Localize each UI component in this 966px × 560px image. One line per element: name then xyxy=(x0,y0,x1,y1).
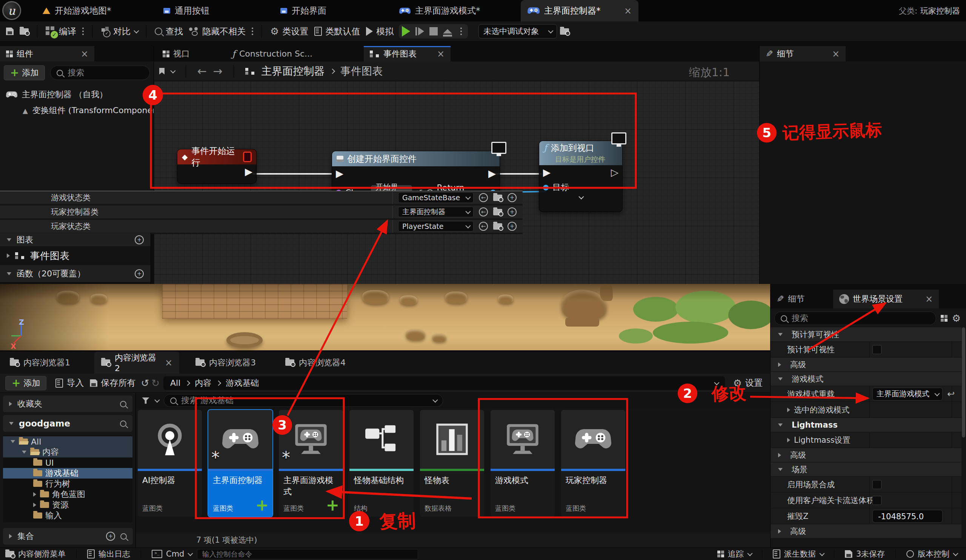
asset-card[interactable]: * 怪物基础结构 结构 + xyxy=(350,410,414,517)
reset-icon[interactable]: ↩ xyxy=(947,389,955,400)
breadcrumb-folder[interactable]: 游戏基础 xyxy=(226,377,259,389)
revision-control-button[interactable]: 版本控制 xyxy=(906,549,957,559)
world-settings-row[interactable]: 使用客户端关卡流送体积 ↩ xyxy=(770,493,961,508)
asset-card[interactable]: * AI控制器 蓝图类 + xyxy=(138,410,202,517)
hide-unrelated-button[interactable]: 隐藏不相关 xyxy=(189,26,246,37)
tree-item[interactable]: 角色蓝图 xyxy=(3,489,133,499)
asset-card[interactable]: * 怪物表 数据表格 + xyxy=(420,410,484,517)
world-settings-row[interactable]: 预计算可视性 ↩ xyxy=(770,342,961,357)
exec-out-pin[interactable]: ▷ xyxy=(611,167,618,177)
tab-details[interactable]: ✎ 细节 × xyxy=(760,46,846,61)
component-transform-item[interactable]: ▲ 变换组件 (TransformComponent( xyxy=(0,103,154,118)
class-defaults-button[interactable]: 类默认值 xyxy=(314,26,360,37)
breadcrumb-current[interactable]: 事件图表 xyxy=(340,64,383,79)
world-settings-row[interactable]: 高级 ↩ xyxy=(770,357,961,372)
add-function-icon[interactable]: + xyxy=(135,269,144,278)
search-icon[interactable] xyxy=(120,401,127,407)
tab-content-browser-2[interactable]: 内容浏览器2 × xyxy=(94,352,179,374)
tree-item[interactable]: All xyxy=(3,436,133,447)
filter-icon[interactable] xyxy=(142,398,150,404)
world-settings-row[interactable]: 启用场景合成 ↩ xyxy=(770,476,961,493)
class-dropdown[interactable]: GameStateBase xyxy=(398,192,473,203)
forward-arrow-icon[interactable]: → xyxy=(213,64,222,78)
compile-button[interactable]: 编译 xyxy=(46,26,76,37)
table-view-icon[interactable] xyxy=(941,315,948,322)
tab-main-gamemode[interactable]: 主界面游戏模式* xyxy=(393,0,487,21)
world-settings-row[interactable]: 选中的游戏模式 ↩ xyxy=(770,402,961,418)
use-selected-icon[interactable]: ← xyxy=(479,207,488,216)
tree-item[interactable]: 输入 xyxy=(3,510,133,521)
close-icon[interactable]: × xyxy=(437,49,445,59)
play-icon[interactable] xyxy=(402,26,410,36)
ws-search-input[interactable]: 搜索 xyxy=(774,311,936,325)
folder-search-icon[interactable] xyxy=(493,223,502,230)
tab-details-lower[interactable]: ✎ 细节 xyxy=(770,290,810,308)
frame-step-icon[interactable] xyxy=(416,27,424,36)
parent-class-value[interactable]: 玩家控制器 xyxy=(920,6,960,16)
stop-icon[interactable] xyxy=(429,27,438,36)
tab-main-controller-active[interactable]: 主界面控制器* × xyxy=(521,0,639,21)
hide-options-icon[interactable] xyxy=(252,28,253,35)
world-settings-row[interactable]: Lightmass ↩ xyxy=(770,418,961,432)
graphs-section-header[interactable]: 图表 + xyxy=(0,233,151,246)
world-settings-row[interactable]: 游戏模式重载 主界面游戏模式 主界面游戏模式 ↩ xyxy=(770,386,961,402)
tab-common-button[interactable]: 通用按钮 xyxy=(157,0,216,21)
simulate-button[interactable]: 模拟 xyxy=(366,26,394,37)
exec-in-pin[interactable]: ▶ xyxy=(543,167,550,177)
exec-out-pin[interactable]: ▶ xyxy=(488,169,496,178)
chevron-down-icon[interactable] xyxy=(432,398,438,403)
functions-section-header[interactable]: 函数（20可覆盖） + xyxy=(0,265,151,282)
breadcrumb-all[interactable]: All xyxy=(170,378,181,388)
unsaved-button[interactable]: 3未保存 xyxy=(845,549,885,559)
tree-item[interactable]: UI xyxy=(3,457,133,468)
chevron-down-icon[interactable] xyxy=(714,380,719,385)
tab-event-graph[interactable]: 事件图表 × xyxy=(364,46,450,61)
bookmark-icon[interactable] xyxy=(159,68,164,75)
node-add-to-viewport[interactable]: ƒ 添加到视口 目标是用户控件 ▶ ▷ 目标 xyxy=(539,141,623,212)
event-graph-item[interactable]: 事件图表 xyxy=(0,246,151,265)
use-selected-icon[interactable]: ← xyxy=(479,193,488,202)
add-collection-icon[interactable]: + xyxy=(106,532,115,541)
back-arrow-icon[interactable]: ← xyxy=(197,64,207,78)
output-log-button[interactable]: 输出日志 xyxy=(87,549,130,559)
chevron-down-icon[interactable] xyxy=(154,398,159,403)
asset-card[interactable]: * 玩家控制器 蓝图类 + xyxy=(561,410,625,517)
breadcrumb-content[interactable]: 内容 xyxy=(195,377,211,389)
close-icon[interactable]: × xyxy=(165,358,172,367)
target-pin[interactable] xyxy=(543,185,549,190)
diff-button[interactable]: 对比 xyxy=(101,26,138,37)
close-icon[interactable]: × xyxy=(925,295,933,304)
close-icon[interactable]: × xyxy=(832,49,840,59)
add-graph-icon[interactable]: + xyxy=(135,235,144,244)
asset-card[interactable]: * 游戏模式 蓝图类 + xyxy=(491,410,555,517)
world-settings-row[interactable]: 预计算可视性 ↩ xyxy=(770,327,961,342)
tab-content-browser-3[interactable]: 内容浏览器3 xyxy=(189,352,263,374)
tree-item[interactable]: 内容 xyxy=(3,447,133,457)
exec-in-pin[interactable]: ▶ xyxy=(336,169,343,178)
world-settings-row[interactable]: 高级 ↩ xyxy=(770,524,961,539)
play-options-icon[interactable] xyxy=(460,28,462,35)
checkbox[interactable] xyxy=(872,480,882,489)
forward-circle-icon[interactable]: ↻ xyxy=(151,377,159,389)
component-root-item[interactable]: 主界面控制器 （自我） xyxy=(0,87,154,103)
search-icon[interactable] xyxy=(120,533,127,540)
content-drawer-button[interactable]: 内容侧滑菜单 xyxy=(5,549,66,559)
class-settings-button[interactable]: ⚙ 类设置 xyxy=(270,26,308,37)
tree-item[interactable]: 行为树 xyxy=(3,478,133,489)
tab-components[interactable]: 组件 × xyxy=(0,46,94,61)
debug-object-dropdown[interactable]: 未选中调试对象 xyxy=(478,24,557,38)
world-settings-row[interactable]: Lightmass设置 ↩ xyxy=(770,432,961,448)
save-all-button[interactable]: 保存所有 xyxy=(90,377,135,389)
tab-start-map[interactable]: 开始游戏地图* xyxy=(36,0,118,21)
breadcrumb-root[interactable]: 主界面控制器 xyxy=(261,64,325,79)
gamemode-override-dropdown[interactable]: 主界面游戏模式 xyxy=(872,388,943,401)
search-icon[interactable] xyxy=(120,421,127,427)
checkbox[interactable] xyxy=(872,345,882,354)
asset-card[interactable]: * 主界面游戏模式 蓝图类 + xyxy=(279,410,343,517)
derived-data-button[interactable]: 派生数据 xyxy=(773,549,823,559)
debug-browse-button[interactable] xyxy=(560,28,569,35)
class-dropdown[interactable]: 主界面控制器 xyxy=(398,207,473,217)
find-button[interactable]: 查找 xyxy=(155,26,183,37)
eject-icon[interactable] xyxy=(443,29,452,34)
node-event-begin-play[interactable]: ◆ 事件开始运行 ▶ xyxy=(177,149,256,183)
